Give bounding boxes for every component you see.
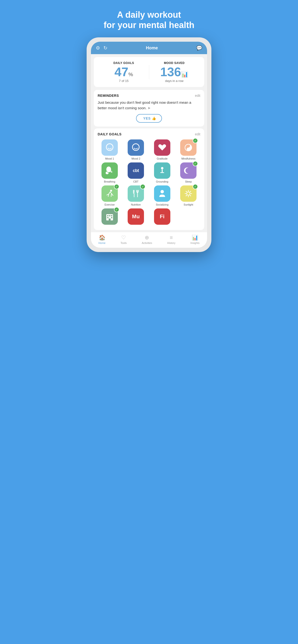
goal-label: CBT [133, 180, 138, 183]
scroll-content: DAILY GOALS 47% 7 of 15 MOOD SAVED 136📊 … [91, 54, 207, 232]
nav-label-insights: Insights [191, 242, 200, 244]
checkmark-icon: ✓ [114, 184, 119, 189]
goals-edit[interactable]: edit [195, 132, 200, 136]
checkmark-icon: ✓ [193, 184, 198, 189]
mood-saved-value: 136📊 [149, 66, 200, 78]
nav-label-history: History [167, 242, 175, 244]
nav-label-tools: Tools [120, 242, 127, 244]
svg-point-9 [110, 190, 112, 192]
goal-item-sleep[interactable]: ✓Sleep [177, 162, 201, 183]
reminders-edit[interactable]: edit [195, 94, 200, 98]
goal-label: Mood 2 [131, 157, 140, 160]
nav-item-history[interactable]: ≡History [167, 234, 175, 244]
home-icon: 🏠 [99, 234, 105, 241]
svg-line-19 [190, 195, 191, 196]
stats-card: DAILY GOALS 47% 7 of 15 MOOD SAVED 136📊 … [94, 57, 204, 87]
nav-label-home: Home [98, 242, 105, 244]
svg-point-4 [188, 148, 189, 150]
goal-label: Exercise [105, 203, 115, 206]
daily-goals-section: DAILY GOALS edit Mood 1Mood 2Gratitude✓M… [94, 128, 204, 230]
goals-grid: Mood 1Mood 2Gratitude✓MindfulnessBreathi… [98, 140, 200, 226]
reminders-header: REMINDERS edit [98, 94, 200, 98]
checkmark-icon: ✓ [193, 161, 198, 166]
mood-saved-sub: days in a row [149, 79, 200, 83]
goal-item-mu[interactable]: Mu [124, 208, 148, 226]
list-icon: ≡ [170, 234, 173, 241]
reminder-text: Just because you don't feel good right n… [98, 100, 200, 111]
goal-item-nutrition[interactable]: ✓Nutrition [124, 186, 148, 206]
goal-label: Mood 1 [105, 157, 114, 160]
bottom-nav: 🏠Home♡Tools⊕Activities≡History📊Insights [91, 232, 207, 248]
goal-item-mood1[interactable]: Mood 1 [98, 140, 122, 160]
nav-item-insights[interactable]: 📊Insights [191, 234, 200, 244]
goal-item-exercise[interactable]: ✓Exercise [98, 186, 122, 206]
svg-line-20 [190, 191, 191, 192]
phone-screen: ⚙ ↻ Home 💬 DAILY GOALS 47% 7 of 15 MOOD … [91, 42, 207, 248]
svg-point-6 [161, 167, 163, 170]
svg-line-21 [186, 195, 187, 196]
reminders-title: REMINDERS [98, 94, 119, 98]
checkmark-icon: ✓ [140, 184, 145, 189]
nav-item-tools[interactable]: ♡Tools [120, 234, 127, 244]
goal-label: Mindfulness [181, 157, 196, 160]
checkmark-icon: ✓ [114, 207, 119, 212]
gear-icon[interactable]: ⚙ [96, 45, 100, 51]
plus-icon: ⊕ [145, 234, 149, 241]
svg-rect-26 [107, 217, 108, 218]
goal-label: Sunlight [184, 203, 193, 206]
svg-point-13 [187, 192, 190, 195]
svg-rect-28 [109, 218, 111, 220]
goal-item-mindfulness[interactable]: ✓Mindfulness [177, 140, 201, 160]
goal-item-breathing[interactable]: Breathing [98, 162, 122, 183]
goal-item-building[interactable]: ✓ [98, 208, 122, 226]
daily-goals-value: 47% [99, 66, 149, 78]
nav-item-activities[interactable]: ⊕Activities [142, 234, 152, 244]
svg-rect-27 [111, 217, 112, 218]
svg-rect-7 [162, 170, 163, 172]
checkmark-icon: ✓ [193, 138, 198, 143]
svg-point-3 [188, 145, 189, 146]
svg-rect-25 [111, 215, 112, 216]
goal-item-fi[interactable]: Fi [150, 208, 174, 226]
heart-nav-icon: ♡ [121, 234, 126, 241]
goal-label: Socializing [156, 203, 169, 206]
daily-goals-sub: 7 of 15 [99, 79, 149, 83]
bar-chart-icon: 📊 [192, 234, 198, 241]
header-title: Home [146, 46, 158, 50]
mood-saved-stat: MOOD SAVED 136📊 days in a row [149, 61, 200, 83]
hero-title: A daily workout for your mental health [104, 10, 194, 30]
goals-header: DAILY GOALS edit [98, 132, 200, 136]
goal-item-gratitude[interactable]: Gratitude [150, 140, 174, 160]
goal-label: Breathing [104, 180, 115, 183]
mood-saved-label: MOOD SAVED [149, 61, 200, 65]
daily-goals-label: DAILY GOALS [99, 61, 149, 65]
goals-title: DAILY GOALS [98, 132, 122, 136]
yes-button[interactable]: YES 👍 [136, 114, 162, 123]
phone-frame: ⚙ ↻ Home 💬 DAILY GOALS 47% 7 of 15 MOOD … [87, 38, 211, 252]
goal-item-cbt[interactable]: cbtCBT [124, 162, 148, 183]
svg-point-1 [132, 144, 139, 150]
svg-rect-23 [107, 215, 108, 216]
svg-point-0 [106, 144, 113, 150]
goal-label: Gratitude [157, 157, 168, 160]
svg-rect-8 [160, 172, 164, 173]
reminders-card: REMINDERS edit Just because you don't fe… [94, 90, 204, 126]
nav-item-home[interactable]: 🏠Home [98, 234, 105, 244]
svg-point-12 [161, 190, 164, 193]
svg-rect-24 [109, 215, 110, 216]
chat-icon[interactable]: 💬 [196, 45, 202, 51]
refresh-icon[interactable]: ↻ [103, 45, 107, 51]
nav-label-activities: Activities [142, 242, 152, 244]
goal-item-mood2[interactable]: Mood 2 [124, 140, 148, 160]
arrow-icon: ➤ [147, 106, 151, 110]
goal-item-socializing[interactable]: Socializing [150, 186, 174, 206]
goal-label: Sleep [185, 180, 192, 183]
svg-line-18 [186, 191, 187, 192]
goal-item-sunlight[interactable]: ✓Sunlight [177, 186, 201, 206]
goal-item-grounding[interactable]: Grounding [150, 162, 174, 183]
daily-goals-stat: DAILY GOALS 47% 7 of 15 [99, 61, 149, 83]
goal-label: Grounding [156, 180, 168, 183]
goal-label: Nutrition [131, 203, 141, 206]
app-header: ⚙ ↻ Home 💬 [91, 42, 207, 54]
